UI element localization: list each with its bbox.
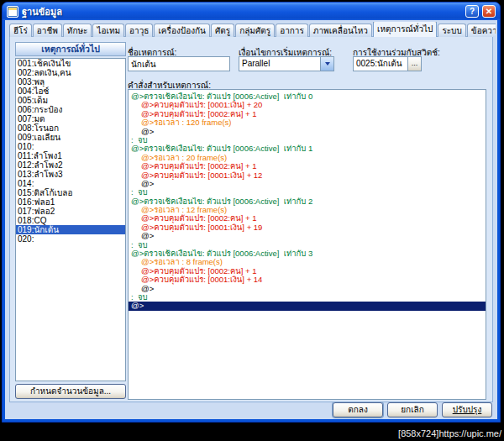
common-event-item-19[interactable]: 020: [16,234,125,244]
event-command-line-12[interactable]: @>ตรวจเช็คเงื่อนไข: ตัวแปร [0006:Active]… [129,197,486,206]
trigger-value: Parallel [239,57,320,71]
window-title: ฐานข้อมูล [22,4,462,19]
apply-button-label: ปรับปรุง [453,405,482,414]
common-event-item-3[interactable]: 004:ไอซ์ [16,87,125,96]
event-command-line-0[interactable]: @>ตรวจเช็คเงื่อนไข: ตัวแปร [0006:Active]… [129,92,486,101]
common-event-item-10[interactable]: 011:ลำโพง1 [16,151,125,160]
event-command-line-4[interactable]: @> [129,128,486,136]
event-command-line-7[interactable]: @>รอเวลา : 20 frame(s) [129,154,486,162]
common-event-item-14[interactable]: 015:ดิสโก้เบลอ [16,188,125,197]
switch-browse-button[interactable]: ... [407,57,421,71]
event-command-list[interactable]: @>ตรวจเช็คเงื่อนไข: ตัวแปร [0006:Active]… [128,89,486,400]
common-event-item-17[interactable]: 018:CQ [16,216,125,225]
common-event-item-5[interactable]: 006:กระป๋อง [16,105,125,114]
tab-item-1[interactable]: อาชีพ [33,24,62,37]
event-command-line-19[interactable]: @>รอเวลา : 8 frame(s) [129,258,486,266]
cancel-button[interactable]: ยกเลิก [387,402,438,417]
tab-item-6[interactable]: ศัตรู [211,24,234,37]
event-command-line-9[interactable]: @>ควบคุมตัวแปร: [0001:เงิน] + 12 [129,171,486,180]
database-window: ฐานข้อมูล ? ✕ ฮีโร่อาชีพทักษะไอเทมอาวุธเ… [2,2,501,423]
common-event-item-7[interactable]: 008:โรนอก [16,123,125,133]
tab-item-2[interactable]: ทักษะ [63,24,92,37]
event-command-line-5[interactable]: : จบ [129,136,486,144]
set-data-amount-button[interactable]: กำหนดจำนวนข้อมูล... [15,384,126,399]
event-command-line-23[interactable]: : จบ [129,293,486,302]
event-command-line-10[interactable]: @> [129,180,486,188]
apply-button[interactable]: ปรับปรุง [442,402,492,417]
chevron-down-icon[interactable] [320,57,333,71]
common-event-item-6[interactable]: 007:มด [16,114,125,123]
watermark: [858x724]https://upic.me/ [398,428,501,438]
event-command-line-18[interactable]: @>ตรวจเช็คเงื่อนไข: ตัวแปร [0006:Active]… [129,249,486,258]
common-event-item-16[interactable]: 017:ฟลอ2 [16,207,125,216]
tab-item-9[interactable]: ภาพเคลื่อนไหว [309,24,372,37]
common-event-item-12[interactable]: 013:ลำโพง3 [16,170,125,179]
condition-switch-field[interactable]: 0025:นักเต้น ... [353,56,422,71]
common-event-item-2[interactable]: 003:พลุ [16,77,125,87]
common-event-item-15[interactable]: 016:ฟลอ1 [16,197,125,207]
event-command-line-15[interactable]: @>ควบคุมตัวแปร: [0001:เงิน] + 19 [129,223,486,232]
common-event-item-1[interactable]: 002:ลดเงิน,คน [16,68,125,77]
common-event-item-4[interactable]: 005:เด็ม [16,96,125,105]
tab-item-3[interactable]: ไอเทม [92,24,124,37]
common-event-item-9[interactable]: 010: [16,142,125,151]
event-command-line-6[interactable]: @>ตรวจเช็คเงื่อนไข: ตัวแปร [0006:Active]… [129,144,486,153]
common-event-item-8[interactable]: 009:เอเลี่ยน [16,133,125,142]
event-command-line-3[interactable]: @>รอเวลา : 120 frame(s) [129,118,486,127]
event-name-input[interactable] [128,56,230,71]
event-command-line-8[interactable]: @>ควบคุมตัวแปร: [0002:คน] + 1 [129,162,486,171]
event-command-line-22[interactable]: @> [129,285,486,293]
event-command-line-17[interactable]: : จบ [129,241,486,249]
common-event-item-13[interactable]: 014: [16,179,125,188]
event-command-line-1[interactable]: @>ควบคุมตัวแปร: [0001:เงิน] + 20 [129,101,486,109]
condition-switch-value: 0025:นักเต้น [354,57,407,71]
help-icon[interactable]: ? [465,5,479,18]
tab-item-10[interactable]: เหตุการณ์ทั่วไป [373,22,437,37]
event-command-line-14[interactable]: @>ควบคุมตัวแปร: [0002:คน] + 1 [129,214,486,223]
common-event-list[interactable]: 001:เช็คเงินไข002:ลดเงิน,คน003:พลุ004:ไอ… [15,58,126,381]
tab-item-8[interactable]: อาการ [276,24,308,37]
database-icon [7,6,18,18]
tab-item-4[interactable]: อาวุธ [125,24,153,37]
common-event-item-0[interactable]: 001:เช็คเงินไข [16,59,125,68]
tab-bar: ฮีโร่อาชีพทักษะไอเทมอาวุธเครื่องป้องกันศ… [9,22,496,37]
event-command-line-16[interactable]: @> [129,232,486,240]
trigger-select[interactable]: Parallel [239,56,334,71]
event-command-line-21[interactable]: @>ควบคุมตัวแปร: [0001:เงิน] + 14 [129,276,486,284]
event-command-line-2[interactable]: @>ควบคุมตัวแปร: [0002:คน] + 1 [129,110,486,118]
tab-item-5[interactable]: เครื่องป้องกัน [154,24,210,37]
event-command-line-13[interactable]: @>รอเวลา : 12 frame(s) [129,206,486,214]
tab-item-12[interactable]: ข้อความ [467,24,496,37]
dialog-footer: ตกลง ยกเลิก ปรับปรุง [333,402,492,417]
tab-item-7[interactable]: กลุ่มศัตรู [235,24,275,37]
ok-button[interactable]: ตกลง [333,402,383,417]
tab-item-0[interactable]: ฮีโร่ [9,24,32,37]
event-command-line-11[interactable]: : จบ [129,188,486,197]
common-event-item-18[interactable]: 019:นักเต้น [16,225,125,234]
common-events-tab-panel: เหตุการณ์ทั่วไป 001:เช็คเงินไข002:ลดเงิน… [9,36,493,402]
tab-item-11[interactable]: ระบบ [438,24,465,37]
common-event-item-11[interactable]: 012:ลำโพง2 [16,160,125,170]
event-command-line-20[interactable]: @>ควบคุมตัวแปร: [0002:คน] + 1 [129,267,486,276]
close-icon[interactable]: ✕ [482,5,496,18]
event-command-line-24[interactable]: @> [129,302,486,310]
event-list-header: เหตุการณ์ทั่วไป [15,42,126,56]
client-area: ฮีโร่อาชีพทักษะไอเทมอาวุธเครื่องป้องกันศ… [5,20,497,419]
title-bar[interactable]: ฐานข้อมูล ? ✕ [3,3,500,20]
